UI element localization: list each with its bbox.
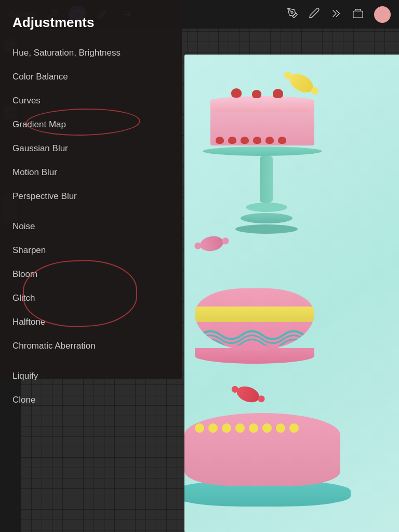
adj-item-gaussian-blur[interactable]: Gaussian Blur [0,137,182,161]
adj-item-noise[interactable]: Noise [0,215,182,238]
adj-item-gradient-map[interactable]: Gradient Map [0,113,182,137]
marker-tool-button[interactable] [330,8,342,21]
pencil-tool-button[interactable] [309,7,320,22]
toolbar-right [287,6,391,23]
adj-item-glitch[interactable]: Glitch [0,286,182,310]
svg-rect-5 [353,11,363,18]
adjustments-panel: Adjustments Hue, Saturation, Brightness … [0,0,182,379]
pen-tool-button[interactable] [287,7,298,22]
adjustments-title: Adjustments [0,0,182,41]
adj-item-sharpen[interactable]: Sharpen [0,238,182,262]
svg-point-4 [291,11,293,14]
layers-button[interactable] [352,8,364,21]
adj-item-clone[interactable]: Clone [0,388,182,412]
divider-1 [0,208,182,215]
adj-item-hue[interactable]: Hue, Saturation, Brightness [0,41,182,65]
adj-item-color-balance[interactable]: Color Balance [0,65,182,89]
avatar[interactable] [374,6,391,23]
divider-2 [0,358,182,364]
canvas-image[interactable] [184,55,399,532]
adj-item-perspective-blur[interactable]: Perspective Blur [0,184,182,208]
adj-item-bloom[interactable]: Bloom [0,262,182,286]
adj-item-liquify[interactable]: Liquify [0,364,182,388]
adj-item-chromatic-aberration[interactable]: Chromatic Aberration [0,334,182,358]
adj-item-halftone[interactable]: Halftone [0,310,182,334]
adj-item-motion-blur[interactable]: Motion Blur [0,161,182,184]
adj-item-curves[interactable]: Curves [0,89,182,113]
